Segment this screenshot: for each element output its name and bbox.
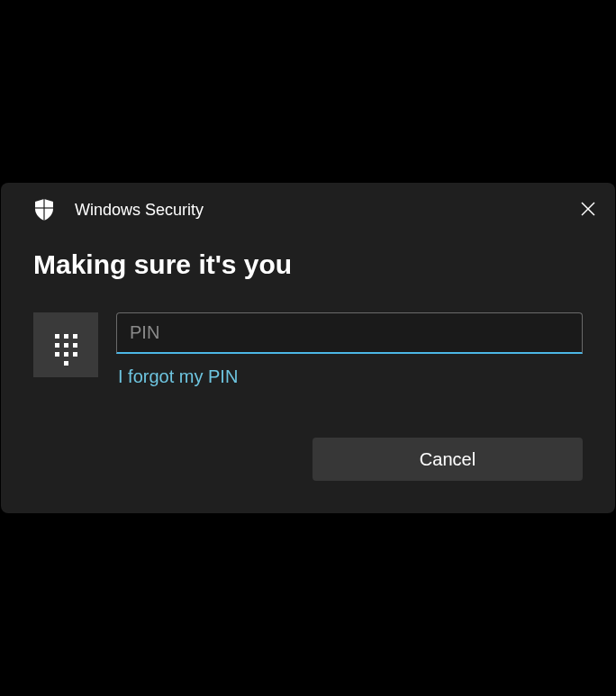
button-row: Cancel	[33, 438, 583, 481]
shield-icon	[33, 199, 55, 221]
cancel-button[interactable]: Cancel	[313, 438, 583, 481]
dialog-heading: Making sure it's you	[33, 249, 583, 280]
close-icon	[581, 202, 595, 219]
pin-input[interactable]	[116, 312, 583, 354]
forgot-pin-link[interactable]: I forgot my PIN	[116, 366, 583, 387]
dialog-header: Windows Security	[33, 199, 583, 221]
keypad-tile	[33, 312, 98, 377]
window-title: Windows Security	[75, 201, 204, 220]
pin-row: I forgot my PIN	[33, 312, 583, 387]
windows-security-dialog: Windows Security Making sure it's you I …	[1, 183, 615, 513]
keypad-icon	[55, 334, 77, 357]
pin-column: I forgot my PIN	[116, 312, 583, 387]
